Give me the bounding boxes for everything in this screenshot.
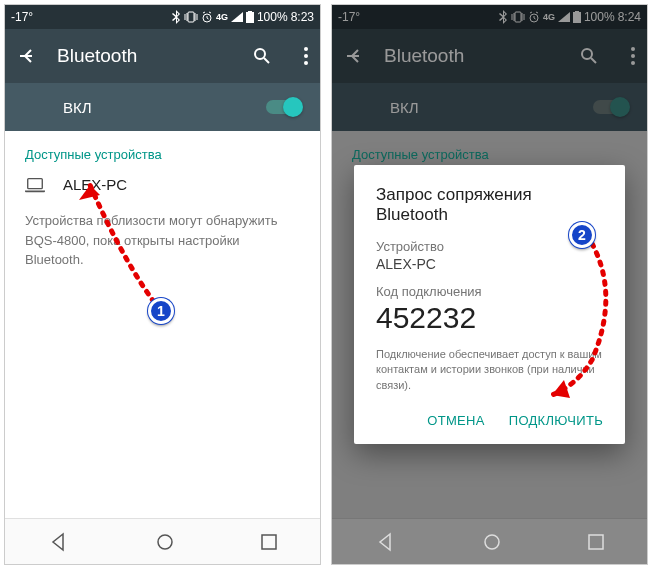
toggle-label: ВКЛ: [390, 99, 419, 116]
content-area: Доступные устройства ALEX-PC Устройства …: [5, 131, 320, 286]
search-icon[interactable]: [579, 46, 599, 66]
alarm-icon: [201, 11, 213, 23]
svg-point-17: [582, 49, 592, 59]
svg-point-6: [304, 54, 308, 58]
battery-percent: 100%: [584, 10, 615, 24]
section-header: Доступные устройства: [25, 147, 300, 162]
cancel-button[interactable]: ОТМЕНА: [427, 413, 484, 428]
svg-rect-16: [575, 11, 579, 12]
battery-icon: [573, 11, 581, 23]
more-icon[interactable]: [631, 47, 635, 65]
dialog-device-label: Устройство: [376, 239, 603, 254]
svg-rect-2: [246, 12, 254, 23]
svg-point-20: [631, 61, 635, 65]
signal-icon: [231, 12, 243, 22]
app-bar: Bluetooth: [5, 29, 320, 83]
svg-point-9: [158, 535, 172, 549]
clock: 8:23: [291, 10, 314, 24]
svg-rect-22: [589, 535, 603, 549]
app-bar: Bluetooth: [332, 29, 647, 83]
nav-back-icon[interactable]: [49, 532, 69, 552]
clock: 8:24: [618, 10, 641, 24]
svg-point-19: [631, 54, 635, 58]
svg-rect-15: [573, 12, 581, 23]
svg-rect-8: [28, 178, 43, 188]
svg-rect-3: [248, 11, 252, 12]
page-title: Bluetooth: [384, 45, 559, 67]
signal-4g-icon: 4G: [543, 12, 555, 22]
connect-button[interactable]: ПОДКЛЮЧИТЬ: [509, 413, 603, 428]
signal-4g-icon: 4G: [216, 12, 228, 22]
temperature: -17°: [338, 10, 360, 24]
back-icon[interactable]: [17, 46, 37, 66]
dialog-note: Подключение обеспечивает доступ к вашим …: [376, 347, 603, 393]
status-bar: -17° 4G 100% 8:24: [332, 5, 647, 29]
nav-back-icon[interactable]: [376, 532, 396, 552]
svg-rect-13: [515, 12, 521, 22]
device-item[interactable]: ALEX-PC: [25, 176, 300, 193]
toggle-label: ВКЛ: [63, 99, 92, 116]
vibrate-icon: [184, 11, 198, 23]
discovery-hint: Устройства поблизости могут обнаружить B…: [25, 211, 300, 270]
svg-rect-10: [262, 535, 276, 549]
nav-bar: [5, 518, 320, 564]
dialog-device-name: ALEX-PC: [376, 256, 603, 272]
dialog-code-label: Код подключения: [376, 284, 603, 299]
nav-home-icon[interactable]: [156, 533, 174, 551]
phone-right: -17° 4G 100% 8:24 Bluetooth ВКЛ: [331, 4, 648, 565]
nav-recent-icon[interactable]: [261, 534, 277, 550]
dialog-code: 452232: [376, 301, 603, 335]
laptop-icon: [25, 177, 45, 193]
battery-percent: 100%: [257, 10, 288, 24]
nav-home-icon[interactable]: [483, 533, 501, 551]
vibrate-icon: [511, 11, 525, 23]
annotation-badge-1: 1: [148, 298, 174, 324]
device-name: ALEX-PC: [63, 176, 127, 193]
pairing-dialog: Запрос сопряжения Bluetooth Устройство A…: [354, 165, 625, 444]
svg-point-7: [304, 61, 308, 65]
svg-rect-0: [188, 12, 194, 22]
section-header: Доступные устройства: [352, 147, 627, 162]
nav-bar: [332, 518, 647, 564]
bluetooth-toggle[interactable]: [593, 100, 627, 114]
alarm-icon: [528, 11, 540, 23]
page-title: Bluetooth: [57, 45, 232, 67]
search-icon[interactable]: [252, 46, 272, 66]
nav-recent-icon[interactable]: [588, 534, 604, 550]
status-bar: -17° 4G 100% 8:23: [5, 5, 320, 29]
phone-left: -17° 4G 100% 8:23 Bluetooth ВКЛ: [4, 4, 321, 565]
svg-point-18: [631, 47, 635, 51]
annotation-badge-2: 2: [569, 222, 595, 248]
bluetooth-toggle[interactable]: [266, 100, 300, 114]
bluetooth-icon: [498, 10, 508, 24]
temperature: -17°: [11, 10, 33, 24]
svg-point-21: [485, 535, 499, 549]
svg-point-5: [304, 47, 308, 51]
battery-icon: [246, 11, 254, 23]
more-icon[interactable]: [304, 47, 308, 65]
bluetooth-icon: [171, 10, 181, 24]
dialog-title: Запрос сопряжения Bluetooth: [376, 185, 603, 225]
back-icon[interactable]: [344, 46, 364, 66]
toggle-row: ВКЛ: [5, 83, 320, 131]
svg-point-4: [255, 49, 265, 59]
signal-icon: [558, 12, 570, 22]
toggle-row: ВКЛ: [332, 83, 647, 131]
